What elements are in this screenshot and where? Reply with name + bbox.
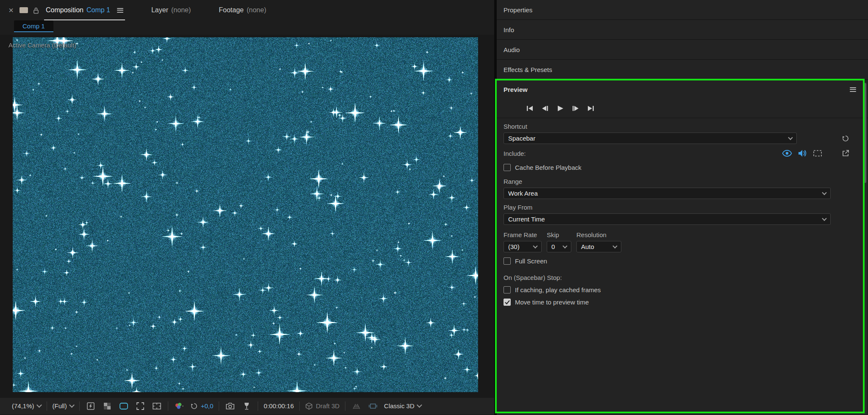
chevron-down-icon bbox=[69, 402, 75, 408]
shortcut-dropdown[interactable]: Spacebar bbox=[504, 133, 797, 144]
preview-panel-header[interactable]: Preview bbox=[497, 80, 868, 99]
first-frame-icon bbox=[526, 105, 534, 112]
exposure-value: +0,0 bbox=[201, 402, 214, 409]
export-frame-button[interactable] bbox=[840, 148, 851, 159]
checkbox-box[interactable] bbox=[504, 286, 511, 293]
play-button[interactable] bbox=[554, 103, 566, 114]
move-time-checkbox[interactable]: Move time to preview time bbox=[504, 299, 861, 306]
comp-viewer-tab[interactable]: Comp 1 bbox=[14, 20, 53, 32]
resolution-dropdown[interactable]: (Full) bbox=[53, 402, 74, 409]
preview-body: Shortcut Spacebar Include: bbox=[497, 123, 868, 306]
play-from-label: Play From bbox=[504, 204, 861, 211]
include-row: Include: bbox=[504, 148, 861, 159]
transparency-grid-button[interactable] bbox=[102, 401, 113, 412]
play-icon bbox=[556, 105, 564, 112]
panel-header-properties[interactable]: Properties bbox=[497, 0, 868, 20]
panel-thumbnail-icon bbox=[19, 7, 28, 13]
right-panel-stack: Properties Info Audio Effects & Presets … bbox=[497, 0, 868, 415]
checkbox-box[interactable] bbox=[504, 299, 511, 306]
last-frame-icon bbox=[587, 105, 595, 112]
lightning-box-icon bbox=[86, 402, 95, 410]
panel-header-audio[interactable]: Audio bbox=[497, 40, 868, 60]
panel-header-effects-presets[interactable]: Effects & Presets bbox=[497, 60, 868, 80]
cache-before-playback-label: Cache Before Playback bbox=[515, 164, 581, 171]
full-screen-label: Full Screen bbox=[515, 257, 547, 265]
scrollbar[interactable] bbox=[863, 82, 867, 414]
export-icon bbox=[841, 149, 850, 158]
grid-plane-icon bbox=[352, 402, 361, 410]
checkerboard-icon bbox=[103, 402, 111, 410]
checkbox-box[interactable] bbox=[504, 257, 511, 265]
eye-icon bbox=[782, 149, 792, 157]
chevron-down-icon bbox=[562, 243, 567, 248]
tab-composition-value: Comp 1 bbox=[86, 6, 110, 14]
renderer-value: Classic 3D bbox=[384, 402, 415, 409]
reset-shortcut-button[interactable] bbox=[840, 133, 851, 144]
magnification-value: (74,1%) bbox=[12, 402, 34, 409]
checkbox-box[interactable] bbox=[504, 164, 511, 171]
play-from-row: Current Time bbox=[504, 213, 861, 225]
chevron-down-icon bbox=[822, 190, 826, 195]
mask-visibility-button[interactable] bbox=[118, 401, 129, 412]
preview-resolution-value: Auto bbox=[581, 243, 594, 250]
tab-layer[interactable]: Layer (none) bbox=[150, 0, 192, 20]
timecode-display[interactable]: 0:00:00:16 bbox=[264, 402, 294, 409]
skip-dropdown[interactable]: 0 bbox=[547, 241, 571, 252]
corner-brackets-icon bbox=[136, 402, 145, 410]
fast-previews-button[interactable] bbox=[85, 401, 96, 412]
show-snapshot-button[interactable] bbox=[241, 401, 252, 412]
next-frame-button[interactable] bbox=[570, 103, 581, 114]
viewer-tab-strip: × Composition Comp 1 Layer (none) Footag… bbox=[0, 0, 494, 20]
include-label: Include: bbox=[504, 150, 526, 157]
snapshot-button[interactable] bbox=[225, 401, 236, 412]
composition-viewport[interactable]: Active Camera (Default) bbox=[0, 35, 494, 397]
composition-panel: × Composition Comp 1 Layer (none) Footag… bbox=[0, 0, 494, 415]
preview-menu-icon[interactable] bbox=[850, 87, 856, 92]
tab-layer-label: Layer bbox=[151, 6, 168, 14]
exposure-control[interactable]: +0,0 bbox=[190, 402, 214, 410]
grid-guides-button[interactable] bbox=[151, 401, 162, 412]
preview-panel: Preview bbox=[497, 80, 868, 415]
range-dropdown[interactable]: Work Area bbox=[504, 188, 831, 199]
last-frame-button[interactable] bbox=[585, 103, 597, 114]
frame-rate-value: (30) bbox=[508, 243, 520, 250]
shortcut-label: Shortcut bbox=[504, 123, 861, 130]
first-frame-button[interactable] bbox=[524, 103, 536, 114]
include-video-toggle[interactable] bbox=[781, 148, 793, 158]
ground-plane-button[interactable] bbox=[351, 401, 362, 412]
starfield-image[interactable] bbox=[13, 37, 478, 392]
frame-rate-dropdown[interactable]: (30) bbox=[504, 241, 542, 252]
cache-before-playback-checkbox[interactable]: Cache Before Playback bbox=[504, 164, 861, 171]
previous-frame-button[interactable] bbox=[539, 103, 551, 114]
region-of-interest-button[interactable] bbox=[135, 401, 146, 412]
close-icon[interactable]: × bbox=[7, 6, 15, 15]
after-effects-window: × Composition Comp 1 Layer (none) Footag… bbox=[0, 0, 868, 415]
if-caching-label: If caching, play cached frames bbox=[515, 286, 601, 293]
extended-viewer-button[interactable] bbox=[367, 401, 378, 412]
lock-icon[interactable] bbox=[33, 7, 39, 14]
panel-menu-icon[interactable] bbox=[117, 8, 123, 13]
magnification-dropdown[interactable]: (74,1%) bbox=[12, 402, 41, 409]
draft-3d-toggle[interactable]: Draft 3D bbox=[305, 402, 339, 410]
chevron-down-icon bbox=[533, 243, 537, 248]
include-overlays-toggle[interactable] bbox=[811, 148, 824, 158]
frame-rate-label: Frame Rate bbox=[504, 231, 547, 238]
panel-header-info[interactable]: Info bbox=[497, 20, 868, 40]
renderer-dropdown[interactable]: Classic 3D bbox=[384, 402, 421, 409]
if-caching-checkbox[interactable]: If caching, play cached frames bbox=[504, 286, 861, 293]
full-screen-checkbox[interactable]: Full Screen bbox=[504, 257, 861, 265]
viewer-tab-row: Comp 1 bbox=[0, 20, 494, 35]
tab-footage[interactable]: Footage (none) bbox=[217, 0, 268, 20]
tab-composition[interactable]: Composition Comp 1 bbox=[44, 0, 125, 20]
resolution-value: (Full) bbox=[53, 402, 67, 409]
channel-settings-button[interactable] bbox=[174, 401, 185, 412]
timecode-value: 0:00:00:16 bbox=[264, 402, 294, 409]
include-toggles bbox=[781, 148, 824, 158]
scrollbar-thumb[interactable] bbox=[864, 83, 866, 183]
include-audio-toggle[interactable] bbox=[796, 148, 809, 158]
preview-title: Preview bbox=[504, 86, 528, 93]
resolution-label: Resolution bbox=[576, 231, 606, 238]
play-from-dropdown[interactable]: Current Time bbox=[504, 213, 831, 225]
preview-resolution-dropdown[interactable]: Auto bbox=[576, 241, 621, 252]
tab-footage-label: Footage bbox=[219, 6, 244, 14]
